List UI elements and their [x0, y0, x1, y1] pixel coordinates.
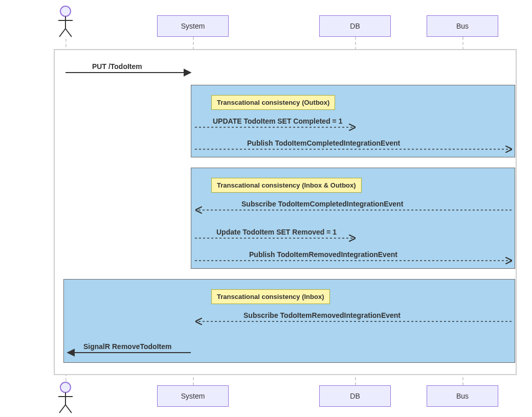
note-inbox-outbox: Transcational consistency (Inbox & Outbo… — [211, 178, 362, 193]
message-publish-removed: Publish TodoItemRemovedIntegrationEvent — [249, 250, 397, 259]
svg-point-5 — [60, 382, 71, 392]
participant-label: DB — [350, 22, 360, 30]
message-subscribe-completed: Subscribe TodoItemCompletedIntegrationEv… — [241, 200, 403, 208]
participant-label: Bus — [456, 22, 469, 30]
note-label: Transcational consistency (Inbox) — [217, 293, 324, 300]
participant-db-bottom: DB — [319, 385, 391, 407]
participant-label: System — [181, 22, 205, 30]
message-update-completed: UPDATE TodoItem SET Completed = 1 — [213, 117, 342, 125]
note-inbox: Transcational consistency (Inbox) — [211, 289, 330, 304]
note-label: Transcational consistency (Inbox & Outbo… — [217, 181, 356, 189]
svg-line-3 — [59, 29, 65, 37]
actor-icon — [56, 5, 75, 41]
participant-system-bottom: System — [157, 385, 229, 407]
svg-line-9 — [65, 405, 72, 413]
note-outbox: Transcational consistency (Outbox) — [211, 95, 335, 110]
message-signalr-remove: SignalR RemoveTodoItem — [83, 342, 171, 351]
svg-line-4 — [65, 29, 72, 37]
participant-bus-top: Bus — [427, 15, 498, 37]
participant-label: System — [181, 392, 205, 400]
svg-line-8 — [59, 405, 65, 413]
message-subscribe-removed: Subscribe TodoItemRemovedIntegrationEven… — [243, 311, 401, 319]
actor-icon — [56, 381, 75, 417]
message-put-todoitem: PUT /TodoItem — [92, 62, 142, 71]
participant-label: Bus — [456, 392, 469, 400]
note-label: Transcational consistency (Outbox) — [217, 99, 329, 106]
participant-bus-bottom: Bus — [427, 385, 498, 407]
svg-point-0 — [60, 6, 71, 16]
participant-db-top: DB — [319, 15, 391, 37]
sequence-diagram: System DB Bus System DB Bus Transcati — [5, 5, 527, 412]
message-publish-completed: Publish TodoItemCompletedIntegrationEven… — [247, 139, 400, 147]
participant-system-top: System — [157, 15, 229, 37]
participant-label: DB — [350, 392, 360, 400]
message-update-removed: Update TodoItem SET Removed = 1 — [216, 228, 337, 236]
